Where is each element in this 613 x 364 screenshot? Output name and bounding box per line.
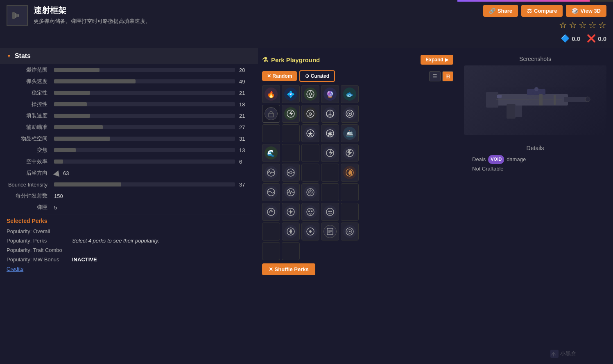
perk-cell-4-3[interactable] — [301, 183, 319, 201]
svg-text:小: 小 — [551, 352, 556, 357]
perk-cell-1-4[interactable] — [262, 124, 280, 142]
share-button[interactable]: 🔗 Share — [483, 5, 518, 17]
perk-icon-3-3 — [284, 166, 297, 179]
perk-icon-6-2 — [323, 225, 337, 238]
weapon-3d-view — [474, 74, 597, 127]
svg-rect-10 — [269, 113, 274, 117]
perk-cell-2-2[interactable]: 🚢 — [341, 124, 359, 142]
perk-cell-0-3[interactable]: 🔮 — [321, 85, 339, 103]
perk-cell-4-4[interactable] — [321, 183, 339, 201]
perk-cell-1-2[interactable] — [321, 105, 339, 123]
perk-cell-5-2[interactable] — [301, 203, 319, 221]
stat-row-magazine: 弹匣 5 — [0, 202, 258, 213]
lightning-fast-icon — [325, 148, 335, 158]
star-2[interactable]: ☆ — [569, 20, 577, 31]
perk-cell-0-1[interactable]: 💠 — [282, 85, 300, 103]
stat-bar-fill-handling — [54, 102, 87, 106]
perk-cell-0-5[interactable] — [262, 105, 280, 123]
perk-cell-4-0[interactable] — [341, 164, 359, 182]
svg-rect-1 — [15, 13, 16, 18]
perk-cell-2-3[interactable]: 🌊 — [262, 144, 280, 162]
stat-bar-fill-airborne — [54, 160, 63, 164]
svg-rect-63 — [539, 94, 543, 106]
perk-cell-6-1[interactable] — [301, 222, 319, 240]
perk-cell-6-2[interactable] — [321, 222, 339, 240]
perk-cell-3-5[interactable] — [321, 164, 339, 182]
perk-cell-6-3[interactable] — [341, 222, 359, 240]
perk-icon-2-1 — [323, 127, 337, 140]
stat-label-aim: 辅助瞄准 — [7, 124, 48, 131]
popularity-overall-row: Popularity: Overall — [0, 227, 258, 236]
share-icon: 🔗 — [489, 8, 495, 14]
perk-cell-5-4[interactable] — [341, 203, 359, 221]
random-button[interactable]: ✕ Random — [262, 71, 297, 81]
perk-cell-4-2[interactable] — [282, 183, 300, 201]
stat-bar-inventory — [54, 137, 235, 141]
perk-cell-3-3[interactable] — [282, 164, 300, 182]
stat-bar-velocity — [54, 79, 235, 83]
perk-cell-4-1[interactable] — [262, 183, 280, 201]
popularity-perks-value: Select 4 perks to see their popularity. — [72, 238, 159, 244]
grid-view-button[interactable]: ⊞ — [442, 71, 453, 81]
perk-cell-2-1[interactable] — [321, 124, 339, 142]
list-view-button[interactable]: ☰ — [429, 71, 441, 81]
star-5[interactable]: ☆ — [598, 20, 606, 31]
perk-cell-2-0[interactable] — [301, 124, 319, 142]
credits-link[interactable]: Credits — [0, 264, 258, 274]
perk-cell-6-4[interactable] — [262, 242, 280, 260]
perk-cell-5-1[interactable] — [282, 203, 300, 221]
perk-cell-6-0[interactable] — [282, 222, 300, 240]
perk-cell-1-5[interactable] — [282, 124, 300, 142]
view3d-button[interactable]: 🎲 View 3D — [566, 5, 606, 17]
svg-point-42 — [328, 211, 330, 212]
stat-label-blast: 爆炸范围 — [7, 66, 48, 74]
middle-panel: ⚗ Perk Playground Expand ▶ ✕ Random ⊙ Cu… — [258, 48, 457, 275]
star-4[interactable]: ☆ — [588, 20, 597, 31]
details-title: Details — [464, 142, 606, 155]
perk-title-icon: ⚗ — [262, 56, 268, 64]
header: 速射框架 更多弹药储备。弹匣打空时可略微提高填装速度。 🔗 Share ⚖ Co… — [0, 0, 613, 48]
perk-cell-0-2[interactable] — [301, 85, 319, 103]
main-content: ▼ Stats 爆炸范围 20 弹头速度 49 稳定性 21 操控性 — [0, 48, 613, 275]
star-3[interactable]: ☆ — [579, 20, 587, 31]
star4-icon — [305, 128, 315, 138]
cross-icon: ❌ — [587, 34, 596, 43]
perk-cell-3-4[interactable] — [301, 164, 319, 182]
perk-cell-2-5[interactable] — [301, 144, 319, 162]
perk-cell-5-3[interactable] — [321, 203, 339, 221]
header-text: 速射框架 更多弹药储备。弹匣打空时可略微提高填装速度。 — [34, 5, 451, 25]
card-icon — [326, 227, 335, 236]
stat-bar-fill-stability — [54, 91, 90, 95]
perk-cell-1-0[interactable] — [282, 105, 300, 123]
popularity-mw-label: Popularity: MW Bonus — [7, 256, 72, 263]
perk-playground-label: Perk Playground — [271, 56, 320, 63]
right-panel: Screenshots — [457, 48, 613, 275]
expand-button[interactable]: Expand ▶ — [421, 55, 453, 65]
perk-cell-1-3[interactable] — [341, 105, 359, 123]
perk-cell-1-1[interactable] — [301, 105, 319, 123]
stat-bar-airborne — [54, 160, 235, 164]
perk-cell-2-4[interactable] — [282, 144, 300, 162]
perk-cell-0-4[interactable]: 🐟 — [341, 85, 359, 103]
stat-label-velocity: 弹头速度 — [7, 78, 48, 85]
svg-rect-58 — [507, 104, 516, 119]
curated-button[interactable]: ⊙ Curated — [299, 70, 335, 82]
stat-row-rpm: 每分钟发射数 150 — [0, 190, 258, 202]
perk-cell-4-5[interactable] — [341, 183, 359, 201]
perk-cell-5-5[interactable] — [262, 222, 280, 240]
perk-cell-5-0[interactable] — [262, 203, 280, 221]
perk-cell-3-2[interactable] — [262, 164, 280, 182]
stat-value-reload: 21 — [239, 113, 251, 119]
compare-button[interactable]: ⚖ Compare — [521, 5, 563, 17]
perk-cell-3-0[interactable] — [321, 144, 339, 162]
perk-cell-0-0[interactable]: 🔥 — [262, 85, 280, 103]
perk-icon-3-2 — [265, 166, 278, 179]
detail-item-craftable: Not Craftable — [472, 164, 606, 173]
perk-icon-3-1 — [343, 146, 356, 160]
perk-cell-6-5[interactable] — [282, 242, 300, 260]
star-1[interactable]: ☆ — [559, 20, 567, 31]
weapon-title: 速射框架 — [34, 5, 451, 16]
shuffle-perks-button[interactable]: ✕ Shuffle Perks — [262, 263, 315, 275]
perk-cell-3-1[interactable] — [341, 144, 359, 162]
perk-icon-4-2 — [284, 186, 297, 199]
